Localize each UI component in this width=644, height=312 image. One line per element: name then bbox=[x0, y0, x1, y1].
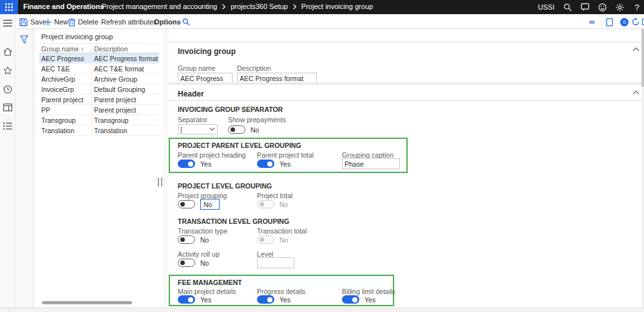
cell-description[interactable]: Archive Group bbox=[92, 74, 159, 84]
breadcrumb-area[interactable]: projects360 Setup bbox=[231, 3, 288, 10]
new-button[interactable]: New bbox=[44, 17, 68, 27]
cell-group-name[interactable]: Translation bbox=[39, 125, 92, 135]
main-project-details-label: Main project details bbox=[178, 288, 236, 295]
attachments-icon[interactable]: 0 bbox=[620, 17, 629, 27]
cell-group-name[interactable]: AEC Progress bbox=[39, 53, 92, 63]
cell-group-name[interactable]: ArchiveGrp bbox=[39, 74, 92, 84]
cell-description[interactable]: Transgroup bbox=[92, 115, 159, 125]
show-prepayments-label: Show prepayments bbox=[228, 116, 286, 124]
cell-description[interactable]: Parent project bbox=[92, 95, 159, 104]
actionbar-search-icon[interactable] bbox=[182, 17, 190, 27]
toggle-value: Yes bbox=[365, 296, 375, 304]
modules-list-icon[interactable] bbox=[3, 122, 12, 131]
parent-project-total-toggle[interactable]: Yes bbox=[257, 160, 290, 168]
topbar-right-controls: USSI ? bbox=[538, 0, 641, 14]
project-total-toggle: No bbox=[257, 200, 288, 208]
cell-description[interactable]: AEC Progress format bbox=[92, 53, 159, 63]
breadcrumb-separator-icon bbox=[292, 4, 297, 10]
breadcrumb-page[interactable]: Project invoicing group bbox=[301, 3, 373, 10]
company-picker[interactable]: USSI bbox=[538, 3, 554, 11]
alerts-icon[interactable] bbox=[580, 3, 589, 12]
project-grouping-toggle[interactable]: No bbox=[178, 199, 220, 210]
toggle-value: No bbox=[279, 236, 288, 244]
menu-hamburger-icon[interactable] bbox=[3, 19, 12, 28]
settings-gear-icon[interactable] bbox=[615, 3, 624, 12]
grid-body: AEC Progress AEC Progress format AEC T&E… bbox=[39, 53, 159, 136]
filter-funnel-icon[interactable] bbox=[20, 35, 28, 44]
toggle-on bbox=[257, 295, 274, 304]
toggle-value: Yes bbox=[200, 160, 211, 168]
billing-limit-details-label: Billing limit details bbox=[342, 288, 395, 295]
table-row[interactable]: AEC T&E AEC T&E format bbox=[39, 64, 159, 74]
invoicing-group-section-header[interactable]: Invoicing group bbox=[178, 47, 236, 56]
billing-limit-details-toggle[interactable]: Yes bbox=[342, 295, 375, 304]
transaction-total-label: Transaction total bbox=[257, 227, 307, 235]
search-icon[interactable] bbox=[563, 3, 572, 12]
collapse-chevron-up-icon[interactable] bbox=[632, 47, 640, 55]
app-window: Finance and Operations Project managemen… bbox=[0, 0, 644, 312]
parent-level-group-title: PROJECT PARENT LEVEL GROUPING bbox=[178, 142, 301, 149]
table-row[interactable]: ArchiveGrp Archive Group bbox=[39, 74, 159, 84]
feedback-smiley-icon[interactable] bbox=[598, 3, 607, 12]
delete-button[interactable]: Delete bbox=[68, 17, 99, 27]
table-row[interactable]: Translation Translation bbox=[39, 125, 159, 136]
table-row[interactable]: AEC Progress AEC Progress format bbox=[39, 53, 159, 64]
toggle-off bbox=[178, 235, 195, 244]
activity-roll-up-toggle[interactable]: No bbox=[178, 259, 209, 267]
cell-description[interactable]: Parent project bbox=[92, 105, 159, 115]
plus-icon bbox=[44, 19, 52, 26]
panel-splitter-handle[interactable] bbox=[158, 178, 162, 187]
collapse-chevron-up-icon[interactable] bbox=[632, 90, 640, 98]
open-in-office-icon[interactable] bbox=[605, 17, 613, 27]
help-icon[interactable]: ? bbox=[632, 3, 641, 12]
toggle-value: No bbox=[200, 259, 209, 267]
cell-group-name[interactable]: AEC T&E bbox=[39, 64, 92, 73]
level-field[interactable] bbox=[257, 257, 294, 268]
progress-details-toggle[interactable]: Yes bbox=[257, 295, 290, 304]
header-section-header[interactable]: Header bbox=[178, 89, 204, 98]
top-nav-bar: Finance and Operations Project managemen… bbox=[0, 0, 644, 14]
refresh-icon[interactable] bbox=[632, 17, 639, 27]
toggle-value: No bbox=[279, 201, 288, 208]
save-button[interactable]: Save bbox=[19, 17, 46, 27]
options-tab[interactable]: Options bbox=[154, 17, 181, 27]
app-name[interactable]: Finance and Operations bbox=[23, 3, 104, 10]
breadcrumb-module[interactable]: Project management and accounting bbox=[102, 3, 217, 10]
transaction-total-toggle: No bbox=[257, 235, 288, 244]
horizontal-scrollbar[interactable] bbox=[42, 301, 132, 304]
cell-description[interactable]: AEC T&E format bbox=[92, 64, 159, 73]
recent-clock-icon[interactable] bbox=[3, 85, 12, 94]
cell-group-name[interactable]: PP bbox=[39, 105, 92, 115]
main-project-details-toggle[interactable]: Yes bbox=[178, 295, 211, 304]
toggle-value-focused[interactable]: No bbox=[200, 199, 220, 210]
workspaces-icon[interactable] bbox=[3, 104, 12, 113]
cell-group-name[interactable]: Transgroup bbox=[39, 115, 92, 125]
cell-group-name[interactable]: Parent project bbox=[39, 95, 92, 104]
list-panel-title: Project invoicing group bbox=[41, 33, 113, 41]
column-header-description[interactable]: Description bbox=[92, 44, 159, 53]
table-row[interactable]: InvoiceGrp Default Grouping bbox=[39, 84, 159, 95]
waffle-icon bbox=[5, 3, 13, 11]
vertical-scrollbar[interactable] bbox=[641, 29, 644, 307]
action-bar: Save New Delete Refresh attributes Optio… bbox=[0, 14, 644, 29]
vertical-scrollbar-thumb[interactable] bbox=[641, 29, 644, 87]
transaction-type-label: Transaction type bbox=[178, 227, 227, 235]
link-icon[interactable]: ∞ bbox=[589, 17, 595, 27]
app-launcher-waffle-icon[interactable] bbox=[0, 0, 18, 14]
home-icon[interactable] bbox=[3, 48, 12, 57]
transaction-type-toggle[interactable]: No bbox=[178, 235, 209, 244]
action-bar-divider bbox=[149, 18, 149, 26]
show-prepayments-toggle[interactable]: No bbox=[228, 125, 259, 134]
favorites-star-icon[interactable] bbox=[3, 66, 12, 75]
table-row[interactable]: Transgroup Transgroup bbox=[39, 115, 159, 125]
cell-group-name[interactable]: InvoiceGrp bbox=[39, 84, 92, 94]
cell-description[interactable]: Default Grouping bbox=[92, 84, 159, 94]
cell-description[interactable]: Translation bbox=[92, 125, 159, 135]
grouping-caption-field[interactable] bbox=[342, 158, 400, 169]
parent-project-heading-toggle[interactable]: Yes bbox=[178, 160, 211, 168]
table-row[interactable]: Parent project Parent project bbox=[39, 95, 159, 105]
table-row[interactable]: PP Parent project bbox=[39, 105, 159, 115]
column-header-group-name[interactable]: Group name ↑ bbox=[39, 44, 92, 53]
separator-dropdown[interactable]: | bbox=[178, 124, 218, 134]
separator-group-title: INVOICING GROUP SEPARATOR bbox=[178, 106, 283, 113]
